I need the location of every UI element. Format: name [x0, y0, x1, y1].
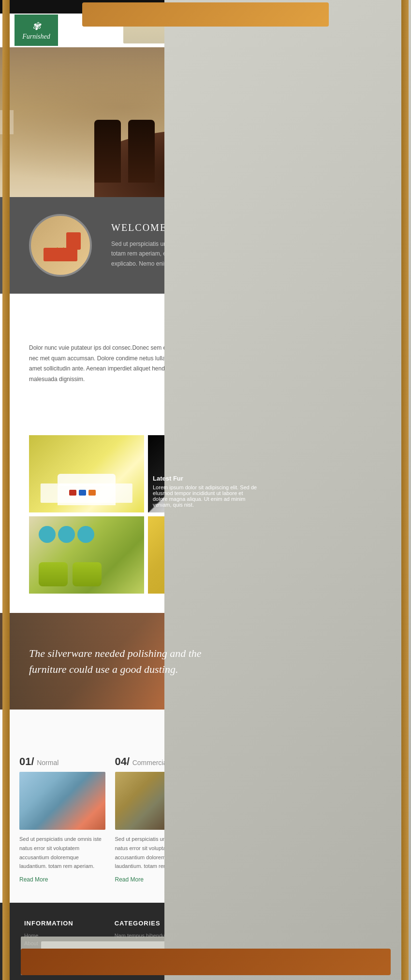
service-num-bold-1: 01/: [19, 755, 34, 767]
service-label-1: Normal: [37, 759, 59, 767]
service-image-3: [210, 772, 296, 830]
design-item-4[interactable]: [29, 516, 144, 594]
logo-icon: ✾: [32, 20, 41, 33]
logo-text: Furnished: [22, 33, 50, 41]
read-more-1[interactable]: Read More: [19, 876, 48, 883]
sofa-decoration-1: [58, 483, 116, 505]
quote-body: The silverware needed polishing and the …: [29, 647, 202, 675]
design-overlay-text: Latest Fur Lorem ipsum dolor sit adipisc…: [153, 475, 258, 508]
footer-info-heading: INFORMATION: [24, 920, 100, 927]
service-number-1: 01/ Normal: [19, 755, 105, 768]
overlay-title: Latest Fur: [153, 475, 258, 482]
service-image-1: [19, 772, 105, 830]
logo: ✾ Furnished: [15, 14, 58, 46]
services-section: Services 01/ Normal Sed ut perspiciatis …: [0, 710, 411, 903]
service-label-2: Commercial: [132, 759, 169, 767]
service-item-1: 01/ Normal Sed ut perspiciatis unde omni…: [19, 755, 105, 883]
service-num-bold-2: 04/: [115, 755, 130, 767]
service-desc-1: Sed ut perspiciatis unde omnis iste natu…: [19, 835, 105, 871]
welcome-image: [29, 214, 92, 277]
services-grid: 01/ Normal Sed ut perspiciatis unde omni…: [19, 755, 392, 883]
chair-illustration: [36, 224, 85, 267]
service-item-3: 06/ Residential Sed ut perspiciatis unde…: [210, 755, 296, 883]
design-item-1[interactable]: [29, 435, 144, 512]
quote-text: The silverware needed polishing and the …: [29, 645, 213, 677]
overlay-body: Lorem ipsum dolor sit adipiscing elit. S…: [153, 484, 258, 508]
svg-rect-5: [66, 232, 81, 250]
svg-rect-4: [44, 248, 77, 261]
read-more-2[interactable]: Read More: [115, 876, 144, 883]
